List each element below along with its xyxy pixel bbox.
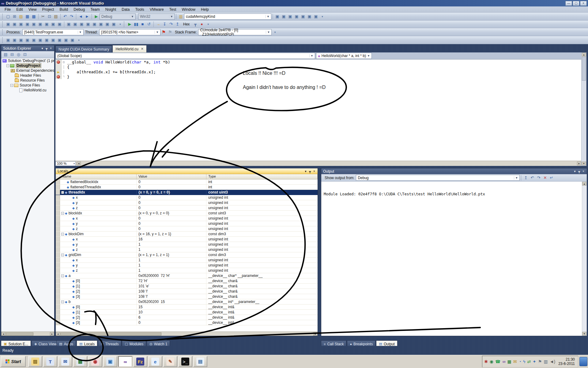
close-icon[interactable]: ×: [49, 47, 53, 50]
locals-row[interactable]: −◆b0x05200200 15__device__ int* __parame…: [56, 299, 318, 305]
taskbar-app-visual-studio[interactable]: ∞: [118, 356, 132, 367]
locals-row[interactable]: ◆y1unsigned int: [56, 263, 318, 268]
teamviewer-icon[interactable]: ☎: [495, 359, 500, 364]
locals-row[interactable]: −◆blockIdx{x = 0, y = 0, z = 0}const uin…: [56, 211, 318, 216]
undo-icon[interactable]: ↶: [62, 14, 68, 19]
thread-combobox[interactable]: [3501576] <No Name>▼: [99, 29, 160, 35]
flag-gray-icon[interactable]: ⚑: [167, 29, 173, 35]
breakpoint-icon[interactable]: [57, 75, 60, 79]
taskbar-app-paint[interactable]: ✎: [163, 356, 177, 367]
locals-row[interactable]: ◆z0unsigned int: [56, 226, 318, 232]
scroll-thumb[interactable]: [582, 57, 586, 81]
package-manager-icon[interactable]: ▣: [307, 14, 312, 19]
scroll-left-icon[interactable]: ◄: [56, 332, 60, 336]
next-message-icon[interactable]: ↷: [536, 175, 541, 181]
chevron-down-icon[interactable]: ▾: [73, 162, 75, 165]
chevron-down-icon[interactable]: ▼: [130, 15, 135, 18]
scroll-left-icon[interactable]: ◄: [1, 332, 6, 336]
taskbar-app-system-monitor[interactable]: ▦: [73, 356, 87, 367]
increase-indent-icon[interactable]: ▣: [37, 21, 43, 27]
callout-prev-icon[interactable]: ▣: [72, 21, 78, 27]
display-designer-icon[interactable]: ▣: [5, 21, 11, 27]
configure-icon[interactable]: ▣: [70, 37, 75, 43]
options-icon[interactable]: ▣: [294, 14, 300, 19]
locals-row[interactable]: −◆blockDim{x = 16, y = 1, z = 1}const di…: [56, 232, 318, 237]
breakpoints-list-icon[interactable]: ●: [199, 21, 205, 27]
window-menu-icon[interactable]: ▾: [40, 47, 44, 50]
locals-row[interactable]: ◆x1unsigned int: [56, 258, 318, 263]
scroll-thumb[interactable]: [6, 332, 33, 335]
goto-message-icon[interactable]: ↥: [523, 175, 529, 181]
locals-row[interactable]: ◆z0unsigned int: [56, 205, 318, 211]
solution-tree-item[interactable]: −Source Files: [1, 83, 54, 88]
taskbar-app-command-prompt[interactable]: >_: [178, 356, 192, 367]
stop-debugging-icon[interactable]: ■: [140, 21, 145, 27]
breakpoint-margin[interactable]: ►: [55, 69, 62, 74]
scroll-down-icon[interactable]: ▼: [582, 162, 586, 165]
step-device-back-icon[interactable]: ▣: [5, 37, 11, 43]
editor-vscrollbar[interactable]: ▲ ▼: [581, 52, 586, 166]
taskbar-app-internet-explorer[interactable]: e: [148, 356, 162, 367]
menu-item-data[interactable]: Data: [119, 7, 132, 12]
document-tab-1[interactable]: Nsight CUDA Device Summary: [55, 46, 112, 52]
comment-block-icon[interactable]: ▣: [66, 21, 72, 27]
scroll-up-icon[interactable]: ▲: [582, 53, 586, 56]
locals-row[interactable]: ◆[3]0__device__ int&: [56, 320, 318, 325]
breakpoint-margin[interactable]: [55, 74, 62, 79]
clear-all-icon[interactable]: ✕: [542, 175, 548, 181]
taskbar-app-windows-explorer[interactable]: ▨: [28, 356, 42, 367]
step-device-fwd-icon[interactable]: ▣: [12, 37, 17, 43]
attach-process-icon[interactable]: ▣: [300, 14, 306, 19]
locals-row[interactable]: ◆y1unsigned int: [56, 242, 318, 247]
solution-configuration-combobox[interactable]: Debug▼: [100, 13, 136, 20]
toolbar-overflow-icon[interactable]: ▾: [272, 29, 278, 35]
pin-icon[interactable]: ┳: [577, 170, 581, 173]
taskbar-app-textpad[interactable]: T: [43, 356, 57, 367]
cut-icon[interactable]: ✂: [40, 14, 46, 19]
taskbar-app-server-admin[interactable]: ◉: [88, 356, 102, 367]
outline-glyph[interactable]: │: [62, 65, 66, 69]
solution-explorer-hscrollbar[interactable]: ◄ ►: [1, 332, 54, 336]
chevron-down-icon[interactable]: ▼: [155, 31, 160, 34]
locals-hscrollbar[interactable]: ◄ ►: [56, 332, 318, 336]
scroll-right-icon[interactable]: ►: [313, 332, 318, 336]
show-next-statement-icon[interactable]: →: [155, 21, 161, 27]
locals-row[interactable]: ◆flattenedBlockIdx0int: [56, 179, 318, 185]
stop-device-icon[interactable]: ▣: [44, 37, 50, 43]
hex-button[interactable]: Hex: [181, 22, 191, 27]
step-into-icon[interactable]: ↧: [162, 21, 168, 27]
taskbar-app-remote-window[interactable]: ▤: [193, 356, 207, 367]
locals-row[interactable]: ◆flattenedThreadIdx0int: [56, 185, 318, 190]
clone-window-icon[interactable]: ▣: [63, 37, 69, 43]
copy-icon[interactable]: ⊡: [47, 14, 52, 19]
solution-platform-combobox[interactable]: Win32▼: [138, 13, 175, 20]
column-header-value[interactable]: Value: [137, 174, 206, 179]
volume-icon[interactable]: ◄): [550, 359, 556, 364]
deploy-icon[interactable]: ▣: [31, 37, 37, 43]
decrease-indent-icon[interactable]: ▣: [44, 21, 50, 27]
expander-minus-icon[interactable]: −: [61, 191, 64, 194]
member-combobox[interactable]: ◈ HelloWorld(char * a, int * b) ▼: [316, 53, 372, 59]
expander-minus-icon[interactable]: −: [61, 274, 64, 277]
command-window-icon[interactable]: ▣: [313, 14, 319, 19]
chevron-down-icon[interactable]: ▼: [514, 176, 519, 179]
new-project-icon[interactable]: ▢: [5, 14, 11, 19]
memory-window-icon[interactable]: ▣: [287, 14, 293, 19]
world-clock-icon[interactable]: ◔: [518, 359, 521, 364]
menu-item-nsight[interactable]: Nsight: [103, 7, 119, 12]
menu-item-tools[interactable]: Tools: [133, 7, 147, 12]
callout-back-icon[interactable]: ▣: [85, 21, 91, 27]
solution-tree-item[interactable]: Resource Files: [1, 78, 54, 83]
menu-item-debug[interactable]: Debug: [71, 7, 88, 12]
taskbar-app-outlook-express[interactable]: ✉: [58, 356, 72, 367]
locals-row[interactable]: ◆[1]10__device__ int&: [56, 310, 318, 315]
callout-next-icon[interactable]: ▣: [79, 21, 85, 27]
navigate-backward-icon[interactable]: ◄: [78, 14, 84, 19]
locals-row[interactable]: ◆[0]15__device__ int&: [56, 305, 318, 310]
network-globe-icon[interactable]: ◉: [490, 359, 493, 364]
locals-row[interactable]: ◆x0unsigned int: [56, 195, 318, 200]
pixel-grid-icon[interactable]: ▦: [507, 359, 511, 364]
align-lines-icon[interactable]: ▣: [50, 21, 56, 27]
locals-row[interactable]: ◆y0unsigned int: [56, 200, 318, 205]
lightning-icon[interactable]: ϟ: [523, 359, 525, 364]
